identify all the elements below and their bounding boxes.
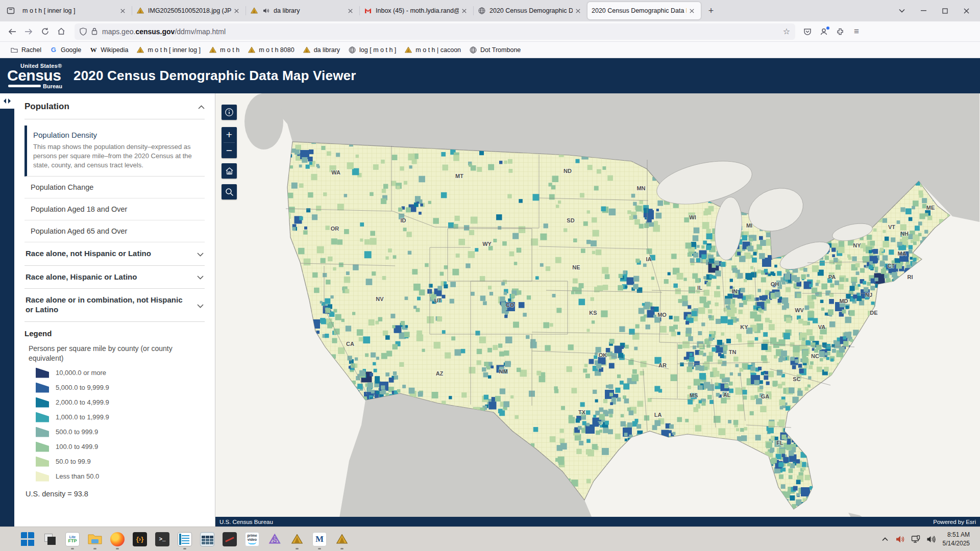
zoom-out-button[interactable]: − — [222, 143, 237, 158]
bookmark-item[interactable]: Rachel — [6, 44, 45, 56]
legend-label: 100.0 to 499.9 — [56, 443, 98, 450]
tab-audio-icon[interactable] — [262, 7, 270, 15]
layer-item[interactable]: Population Change — [24, 177, 205, 198]
windows-taskbar: LiteFTP{›}>_primevideo⧌M 8:51 AM 5/14/20… — [0, 527, 980, 551]
taskbar-item-moth-app-2[interactable] — [331, 528, 353, 550]
layer-item[interactable]: Population Aged 18 and Over — [24, 198, 205, 220]
browser-tab[interactable]: 2020 Census Demographic Data — [474, 2, 587, 19]
forward-button[interactable] — [20, 24, 37, 39]
state-label-MT: MT — [455, 173, 463, 179]
panel-toggle-button[interactable] — [0, 93, 14, 109]
state-label-CT: CT — [888, 263, 895, 269]
tab-title: Inbox (45) - moth.lydia.rand@g — [376, 7, 459, 14]
tab-title: IMG20250510052018.jpg (JPEG — [148, 7, 231, 14]
reload-button[interactable] — [37, 24, 53, 39]
tab-close-icon[interactable] — [345, 6, 355, 16]
taskbar-item-ftp-client[interactable]: LiteFTP — [61, 528, 84, 550]
state-label-TN: TN — [729, 349, 737, 355]
tab-close-icon[interactable] — [231, 6, 241, 16]
layer-description: This map shows the population density–ex… — [33, 142, 202, 170]
map-viewport[interactable]: WAMTNDMNORIDSDWIMIWYIANENYMEVTNHMACTRIPA… — [215, 93, 980, 527]
state-label-NE: NE — [572, 264, 580, 270]
state-label-MA: MA — [897, 251, 906, 257]
taskbar-item-m-reader[interactable]: M — [308, 528, 331, 550]
taskbar-item-remote-desktop[interactable] — [218, 528, 241, 550]
folder-icon — [10, 46, 18, 54]
url-bar[interactable]: maps.geo.census.gov/ddmv/map.html ☆ — [75, 23, 795, 40]
tab-title: 2020 Census Demographic Data — [489, 7, 573, 14]
bookmark-item[interactable]: m o t h [ inner log ] — [132, 44, 205, 56]
bookmark-item[interactable]: Dot Trombone — [465, 44, 525, 56]
state-label-ND: ND — [564, 168, 572, 174]
taskbar-item-firefox[interactable] — [106, 528, 129, 550]
extensions-icon[interactable] — [832, 24, 848, 39]
search-button[interactable] — [222, 184, 237, 199]
home-extent-button[interactable] — [222, 163, 237, 179]
taskbar-item-task-view[interactable] — [39, 528, 61, 550]
tab-close-icon[interactable] — [459, 6, 469, 16]
tab-close-icon[interactable] — [117, 6, 128, 16]
taskbar-item-dev-tool[interactable]: {›} — [129, 528, 151, 550]
group-population[interactable]: Population — [24, 102, 205, 119]
bookmark-item[interactable]: m o t h | cacoon — [400, 44, 465, 56]
browser-tab[interactable]: Inbox (45) - moth.lydia.rand@g — [360, 2, 473, 19]
info-button[interactable] — [222, 105, 237, 120]
layer-item[interactable]: Population Aged 65 and Over — [24, 220, 205, 242]
back-button[interactable] — [4, 24, 20, 39]
maximize-button[interactable] — [934, 3, 955, 19]
tracking-shield-icon[interactable] — [80, 28, 87, 36]
bookmark-item[interactable]: GGoogle — [45, 44, 85, 56]
layer-group[interactable]: Race alone, Hispanic or Latino — [24, 266, 205, 289]
browser-tab[interactable]: 2020 Census Demographic Data Ma — [587, 2, 701, 19]
taskbar-item-terminal[interactable]: >_ — [151, 528, 174, 550]
layer-panel: Population Population Density This map s… — [14, 93, 215, 527]
bookmark-label: da library — [314, 46, 340, 54]
taskbar-item-moth-app[interactable] — [286, 528, 308, 550]
taskbar-item-prime-video[interactable]: primevideo — [241, 528, 263, 550]
bookmark-star-icon[interactable]: ☆ — [783, 27, 790, 36]
layer-item-population-density[interactable]: Population Density This map shows the po… — [24, 126, 205, 177]
tab-close-icon[interactable] — [573, 6, 583, 16]
tray-speaker-icon[interactable] — [923, 529, 939, 549]
bookmark-item[interactable]: m o t h 8080 — [243, 44, 299, 56]
taskbar-item-notepad[interactable] — [174, 528, 196, 550]
state-label-LA: LA — [654, 412, 662, 418]
bookmark-item[interactable]: log [ m o t h ] — [344, 44, 400, 56]
logo-line3: Bureau — [43, 83, 62, 89]
tray-volume-alert-icon[interactable] — [893, 529, 908, 549]
zoom-in-button[interactable]: + — [222, 127, 237, 142]
chevron-up-icon — [198, 102, 205, 111]
lock-icon[interactable] — [91, 28, 97, 35]
account-icon[interactable] — [816, 24, 832, 39]
taskbar-item-file-explorer[interactable] — [84, 528, 106, 550]
browser-tab[interactable]: da library — [246, 2, 359, 19]
tray-chevron-icon[interactable] — [877, 529, 893, 549]
choropleth-map[interactable]: WAMTNDMNORIDSDWIMIWYIANENYMEVTNHMACTRIPA… — [215, 93, 979, 527]
legend-swatch — [36, 471, 49, 482]
tray-display-icon[interactable] — [908, 529, 923, 549]
bookmark-item[interactable]: da library — [299, 44, 344, 56]
state-label-NJ: NJ — [865, 292, 872, 298]
running-indicator — [116, 548, 119, 549]
layer-title: Population Density — [33, 131, 202, 139]
firefox-view-icon[interactable] — [3, 3, 18, 18]
browser-tab[interactable]: IMG20250510052018.jpg (JPEG — [132, 2, 246, 19]
minimize-button[interactable] — [913, 3, 934, 19]
taskbar-item-calculator[interactable] — [196, 528, 218, 550]
taskbar-clock[interactable]: 8:51 AM 5/14/2025 — [943, 531, 970, 547]
pocket-icon[interactable] — [799, 24, 816, 39]
home-button[interactable] — [53, 24, 69, 39]
layer-group[interactable]: Race alone or in combination, not Hispan… — [24, 289, 205, 322]
bookmark-item[interactable]: m o t h — [205, 44, 243, 56]
taskbar-item-start[interactable] — [16, 528, 39, 550]
tab-list-button[interactable] — [891, 3, 913, 19]
close-button[interactable] — [955, 3, 977, 19]
tab-close-icon[interactable] — [687, 6, 697, 16]
bookmark-item[interactable]: WWikipedia — [85, 44, 132, 56]
bookmark-label: log [ m o t h ] — [359, 46, 396, 54]
menu-button[interactable]: ≡ — [848, 24, 865, 39]
taskbar-item-visual-studio[interactable]: ⧌ — [263, 528, 286, 550]
layer-group[interactable]: Race alone, not Hispanic or Latino — [24, 242, 205, 266]
new-tab-button[interactable]: + — [703, 3, 719, 18]
browser-tab[interactable]: m o t h [ inner log ] — [18, 2, 132, 19]
